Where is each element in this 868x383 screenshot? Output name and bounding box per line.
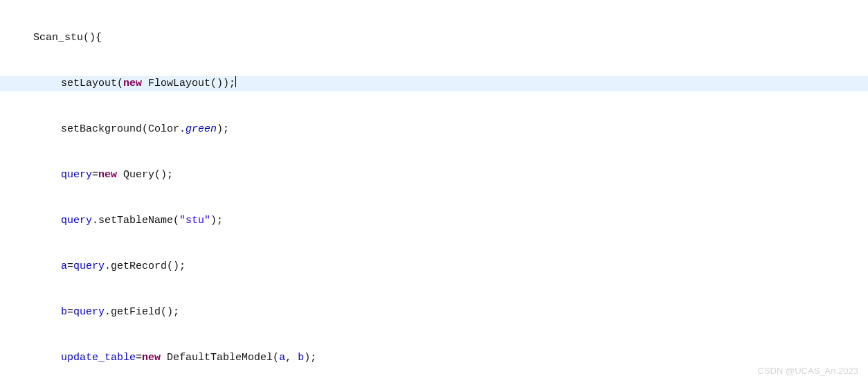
code-line: update_table=new DefaultTableModel(a, b)…: [0, 350, 868, 366]
code-line: query=new Query();: [0, 168, 868, 183]
field: update_table: [61, 352, 136, 364]
arg: a: [279, 352, 285, 364]
call: setTableName: [98, 215, 173, 226]
class-name: Query: [123, 169, 154, 181]
code-line: setBackground(Color.green);: [0, 122, 868, 137]
call: getRecord: [111, 260, 167, 272]
call: setLayout: [61, 78, 117, 89]
static-field: green: [186, 123, 217, 135]
code-line: Scan_stu(){: [0, 30, 868, 46]
string-literal: "stu": [179, 215, 210, 226]
field: query: [61, 169, 92, 181]
field: query: [61, 215, 92, 226]
field: a: [61, 260, 67, 272]
code-line: b=query.getField();: [0, 305, 868, 320]
code-line-highlighted: setLayout(new FlowLayout());: [0, 76, 868, 91]
call: getField: [111, 306, 161, 318]
method-name: Scan_stu: [33, 32, 83, 44]
code-editor: Scan_stu(){ setLayout(new FlowLayout());…: [0, 0, 868, 383]
field: b: [61, 306, 67, 318]
arg: b: [298, 352, 304, 364]
class-name: DefaultTableModel: [167, 352, 273, 364]
class-ref: Color: [148, 123, 179, 135]
class-name: FlowLayout: [148, 78, 210, 89]
text-caret: [235, 76, 236, 87]
code-line: a=query.getRecord();: [0, 259, 868, 274]
keyword-new: new: [142, 352, 161, 364]
keyword-new: new: [98, 169, 117, 181]
code-line: query.setTableName("stu");: [0, 213, 868, 229]
field: query: [73, 260, 105, 272]
keyword-new: new: [123, 78, 142, 89]
call: setBackground: [61, 123, 142, 135]
field: query: [73, 306, 105, 318]
